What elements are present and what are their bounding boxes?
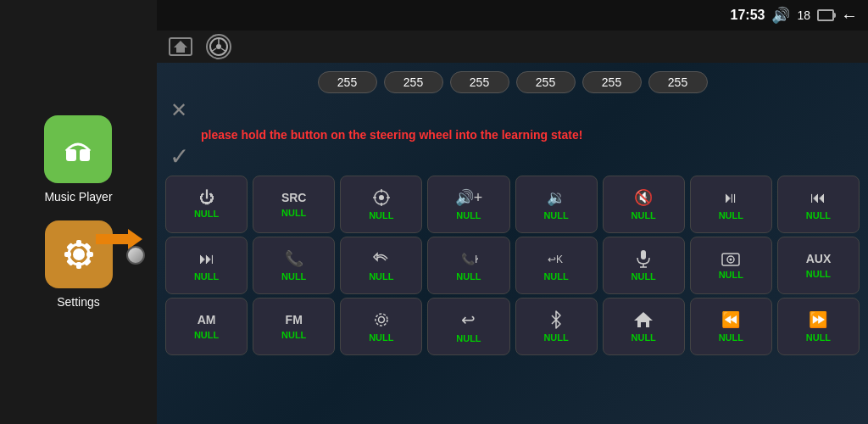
btn-next-label: NULL (194, 271, 219, 282)
btn-cam[interactable]: NULL (690, 237, 772, 294)
btn-back-k[interactable]: ↩K NULL (515, 237, 598, 294)
call-k-icon: 📞K (459, 249, 478, 268)
svg-point-32 (730, 259, 732, 261)
pills-row: 255 255 255 255 255 255 (165, 71, 860, 93)
btn-fm-label: NULL (281, 330, 306, 340)
btn-back-k-label: NULL (543, 271, 568, 282)
confirm-button[interactable]: ✓ (170, 142, 189, 170)
btn-mic-label: NULL (632, 271, 656, 282)
action-row: ✕ ✓ please hold the button on the steeri… (165, 98, 860, 170)
btn-vol-down-label: NULL (543, 210, 568, 220)
btn-aux-label: NULL (806, 269, 831, 279)
pill-3[interactable]: 255 (516, 71, 576, 93)
svg-point-33 (378, 317, 384, 323)
btn-home[interactable]: NULL (603, 298, 685, 355)
btn-mute-label: NULL (632, 210, 656, 220)
volume-icon: 🔊 (771, 6, 790, 25)
back-k-icon: ↩K (547, 249, 565, 268)
btn-vol-up-label: NULL (456, 210, 481, 220)
gps-icon (372, 188, 391, 207)
back-call-icon (372, 249, 391, 268)
sidebar-item-music[interactable]: Music Player (44, 115, 112, 204)
svg-rect-8 (66, 243, 75, 251)
btn-play-pause[interactable]: ⏯ NULL (690, 176, 772, 233)
mic-icon (635, 249, 652, 268)
svg-rect-5 (76, 262, 81, 269)
btn-aux[interactable]: AUX NULL (777, 237, 860, 294)
btn-return-label: NULL (456, 333, 481, 343)
home-nav-btn[interactable] (169, 37, 192, 56)
btn-fm[interactable]: FM NULL (253, 298, 335, 355)
pill-2[interactable]: 255 (450, 71, 509, 93)
svg-text:↩K: ↩K (548, 254, 563, 265)
button-row-1: ⏻ NULL SRC NULL (165, 176, 860, 233)
status-bar: 17:53 🔊 18 ← (157, 0, 868, 31)
svg-rect-4 (76, 240, 81, 247)
svg-rect-7 (86, 252, 93, 257)
sidebar: Music Player Settings (0, 0, 157, 424)
sidebar-item-settings[interactable]: Settings (45, 220, 113, 309)
pill-4[interactable]: 255 (582, 71, 642, 93)
button-row-3: AM NULL FM NULL NULL (165, 298, 860, 355)
back-button[interactable]: ← (841, 6, 858, 25)
vol-up-icon: 🔊+ (455, 188, 483, 207)
btn-vol-up[interactable]: 🔊+ NULL (427, 176, 509, 233)
btn-mic[interactable]: NULL (603, 237, 685, 294)
aux-icon: AUX (806, 252, 832, 265)
svg-point-15 (216, 44, 221, 49)
btn-call-label: NULL (281, 271, 306, 282)
btn-call[interactable]: 📞 NULL (253, 237, 335, 294)
btn-prev-label: NULL (806, 210, 831, 220)
music-player-label: Music Player (44, 190, 112, 204)
btn-power[interactable]: ⏻ NULL (165, 176, 248, 233)
knob[interactable] (126, 246, 145, 265)
pill-1[interactable]: 255 (384, 71, 443, 93)
call-icon: 📞 (285, 249, 303, 268)
svg-text:📞K: 📞K (461, 252, 478, 266)
fastforward-icon: ⏩ (809, 310, 827, 329)
return-icon: ↩ (461, 310, 476, 330)
btn-settings[interactable]: NULL (340, 298, 422, 355)
prev-icon: ⏮ (810, 189, 826, 207)
pill-0[interactable]: 255 (318, 71, 377, 93)
svg-point-2 (73, 248, 85, 260)
btn-home-label: NULL (632, 332, 656, 343)
next-icon: ⏭ (199, 250, 214, 268)
btn-bluetooth[interactable]: NULL (515, 298, 598, 355)
src-icon: SRC (281, 191, 307, 204)
btn-vol-down[interactable]: 🔉 NULL (515, 176, 598, 233)
home-icon (634, 310, 653, 329)
play-pause-icon: ⏯ (723, 189, 738, 207)
btn-fastforward-label: NULL (806, 332, 831, 343)
btn-am[interactable]: AM NULL (165, 298, 248, 355)
btn-power-label: NULL (194, 209, 219, 219)
svg-rect-9 (83, 243, 92, 251)
btn-fastforward[interactable]: ⏩ NULL (777, 298, 860, 355)
music-player-icon (44, 115, 112, 183)
svg-point-20 (379, 195, 384, 200)
btn-rewind-label: NULL (719, 332, 743, 343)
btn-play-pause-label: NULL (719, 210, 743, 220)
btn-mute[interactable]: 🔇 NULL (603, 176, 685, 233)
svg-rect-11 (83, 258, 92, 266)
svg-rect-10 (66, 258, 75, 266)
sub-nav (157, 31, 868, 63)
btn-rewind[interactable]: ⏪ NULL (690, 298, 772, 355)
power-icon: ⏻ (199, 190, 214, 205)
am-icon: AM (198, 313, 216, 326)
btn-next[interactable]: ⏭ NULL (165, 237, 248, 294)
vol-down-icon: 🔉 (547, 188, 565, 207)
pill-5[interactable]: 255 (648, 71, 708, 93)
close-button[interactable]: ✕ (165, 98, 192, 122)
btn-call-k[interactable]: 📞K NULL (427, 237, 509, 294)
btn-return[interactable]: ↩ NULL (427, 298, 509, 355)
btn-prev[interactable]: ⏮ NULL (777, 176, 860, 233)
svg-point-34 (376, 314, 387, 326)
cam-icon (721, 251, 740, 266)
btn-src[interactable]: SRC NULL (253, 176, 335, 233)
button-row-2: ⏭ NULL 📞 NULL NULL � (165, 237, 860, 294)
btn-back-call[interactable]: NULL (340, 237, 422, 294)
btn-cam-label: NULL (719, 270, 743, 280)
btn-gps[interactable]: NULL (340, 176, 422, 233)
btn-gps-label: NULL (369, 210, 393, 220)
